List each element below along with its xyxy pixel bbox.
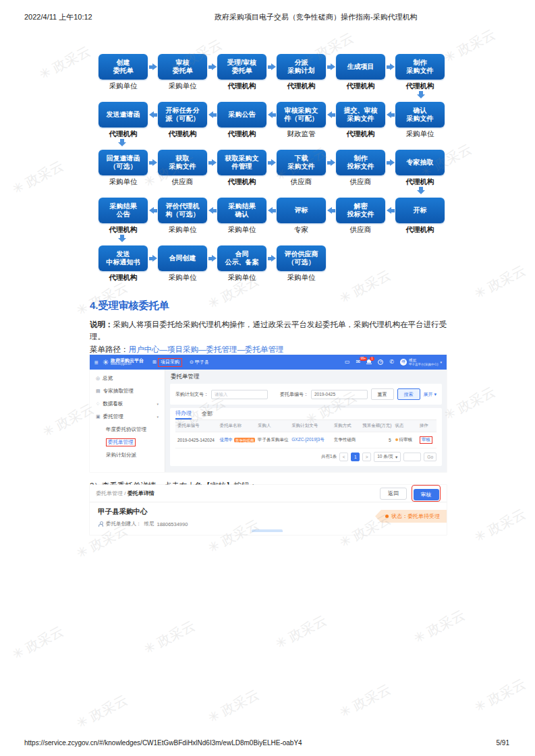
- plan-no-link[interactable]: GXZC-[2019]3号: [291, 437, 324, 442]
- flow-step: 开标任务分 派（可配）代理机构: [158, 102, 207, 139]
- prev-page-button[interactable]: <: [339, 453, 348, 461]
- reset-button[interactable]: 重置: [371, 388, 394, 400]
- flow-step-role: 采购单位: [277, 273, 326, 283]
- search-button[interactable]: 搜索: [397, 388, 420, 400]
- entrust-no-input[interactable]: [311, 390, 368, 399]
- flow-arrow-left-icon: [326, 198, 336, 223]
- hamburger-menu-icon[interactable]: ≡: [94, 359, 98, 366]
- flow-arrow-left-icon: [385, 102, 395, 127]
- flow-step-role: 供应商: [277, 177, 326, 187]
- flow-step: 合同 公示、备案采购单位: [217, 245, 266, 283]
- current-page-button[interactable]: 1: [351, 453, 360, 461]
- phone-icon[interactable]: ✆: [389, 359, 394, 365]
- flow-arrow-down-icon: [417, 187, 425, 194]
- wallet-icon[interactable]: ▭: [345, 359, 350, 365]
- flow-step-box: 解密 投标文件: [336, 198, 385, 223]
- sidebar-item[interactable]: ▤专家抽取管理: [90, 384, 165, 397]
- flow-step-role: 代理机构: [336, 129, 385, 139]
- tab-pending[interactable]: 待办理: [175, 408, 192, 419]
- section-desc: 说明：采购人将项目委托给采购代理机构操作，通过政采云平台发起委托单，采购代理机构…: [90, 318, 454, 343]
- flow-step-box: 提交、审核 采购文件: [336, 102, 385, 127]
- sidebar-item-label: 专家抽取管理: [103, 388, 134, 395]
- watermark: ✳ 政采云: [272, 611, 329, 653]
- bell-icon[interactable]: 1: [366, 359, 372, 365]
- table-header: 委托单编号: [175, 420, 217, 432]
- flow-step: 生成项目代理机构: [336, 54, 385, 91]
- flow-step-box: 制作 投标文件: [336, 150, 385, 175]
- nav-project-procurement[interactable]: ⊞ 项目采购: [152, 358, 182, 367]
- breadcrumb: 委托单管理 / 委托单详情: [96, 490, 154, 497]
- flow-step: 采购结果 确认采购单位: [217, 198, 266, 235]
- expand-toggle[interactable]: 展开 ▾: [424, 391, 437, 398]
- back-button[interactable]: 返回: [380, 488, 407, 500]
- print-timestamp: 2022/4/11 上午10:12: [24, 12, 92, 22]
- flow-arrow-right-icon: [326, 150, 336, 175]
- audit-button[interactable]: 审核: [414, 489, 439, 500]
- chevron-down-icon: ▾: [157, 415, 159, 419]
- entrust-table-card: 待办理 全部 委托单编号委托单名称采购人采购计划文号采购方式预算金额(万元)状态…: [170, 408, 442, 466]
- flow-step: 提交、审核 采购文件代理机构: [336, 102, 385, 139]
- watermark: ✳ 政采云: [471, 504, 528, 546]
- flow-step-role: 采购单位: [158, 82, 207, 91]
- flow-arrow-left-icon: [266, 102, 277, 127]
- table-header: 操作: [418, 420, 437, 432]
- flow-connector: [98, 139, 445, 150]
- flow-step-role: 代理机构: [395, 177, 445, 187]
- next-page-button[interactable]: >: [362, 453, 371, 461]
- flow-step: 审核 委托单采购单位: [158, 54, 207, 91]
- entrust-name-link[interactable]: 使用中: [219, 437, 233, 442]
- page-jump-input[interactable]: [403, 453, 421, 461]
- audit-link[interactable]: 审核: [422, 437, 430, 442]
- chevron-down-icon: ▾: [440, 360, 442, 364]
- sidebar-item[interactable]: ▣委托管理▾: [90, 410, 165, 423]
- desc-label: 说明：: [90, 320, 113, 328]
- table-header: 采购人: [256, 420, 289, 432]
- flow-step-role: 代理机构: [158, 129, 207, 139]
- platform-topbar: ≡ ✳ 政府采购云平台 www.zcygov.cn ⊞ 项目采购 ⊙ 甲子县 ▭…: [90, 355, 447, 370]
- status-badge: 待审核: [399, 437, 413, 442]
- platform-logo[interactable]: ✳ 政府采购云平台 www.zcygov.cn: [103, 358, 144, 367]
- location-switcher[interactable]: ⊙ 甲子县: [190, 359, 209, 366]
- go-button[interactable]: Go: [424, 453, 437, 461]
- zcy-logo-icon: ✳: [103, 358, 109, 367]
- annotation-red-box: 审核: [412, 485, 441, 502]
- bell-badge: 1: [370, 357, 374, 361]
- flow-step-box: 制作 采购文件: [395, 54, 445, 80]
- page-size-select[interactable]: 10 条/页▾: [374, 452, 401, 462]
- flow-step-box: 回复邀请函 （可选）: [98, 150, 148, 175]
- watermark: ✳ 政采云: [140, 616, 198, 658]
- tab-all[interactable]: 全部: [202, 408, 213, 419]
- cell-action: 审核: [418, 432, 437, 448]
- help-icon[interactable]: ?: [378, 359, 383, 365]
- s1-sidebar: ◎总览▤专家抽取管理♢数据看板▾▣委托管理▾年度委托协议管理委托单管理采购计划分…: [90, 370, 165, 472]
- sidebar-item[interactable]: ◎总览: [90, 372, 165, 384]
- sidebar-item-icon: ▣: [96, 414, 101, 419]
- flow-step: 评价供应商 （可选）采购单位: [277, 245, 326, 283]
- flow-arrow-down-icon: [118, 235, 126, 242]
- flow-arrow-right-icon: [207, 54, 217, 80]
- flow-step-box: 审核采购文 件（可配）: [277, 102, 326, 127]
- plan-no-input[interactable]: [211, 390, 268, 399]
- cell-budget: 5: [360, 432, 393, 448]
- flow-arrow-right-icon: [266, 54, 277, 80]
- flow-step: 采购公告代理机构: [217, 102, 266, 139]
- flow-arrow-down-icon: [417, 91, 425, 98]
- flow-step-box: 发送 中标通知书: [98, 245, 148, 271]
- sidebar-subitem[interactable]: 年度委托协议管理: [90, 423, 165, 436]
- flow-arrow-right-icon: [207, 245, 217, 271]
- flow-row: 创建 委托单采购单位审核 委托单采购单位受理/审核 委托单代理机构分派 采购计划…: [98, 54, 445, 91]
- watermark: ✳ 政采云: [471, 674, 528, 716]
- flow-step: 获取 采购文件供应商: [158, 150, 207, 187]
- hidden-tab-edge: [252, 529, 283, 532]
- breadcrumb-parent[interactable]: 委托单管理: [96, 490, 123, 496]
- flow-step-role: 代理机构: [98, 129, 148, 139]
- sidebar-subitem[interactable]: 委托单管理: [90, 436, 165, 448]
- sidebar-subitem[interactable]: 采购计划分派: [90, 448, 165, 461]
- mail-icon[interactable]: ✉99+: [356, 359, 361, 365]
- flow-arrow-right-icon: [266, 150, 277, 175]
- entrust-name-tag: 竞争性磋商: [234, 438, 256, 442]
- sidebar-item[interactable]: ♢数据看板▾: [90, 397, 165, 410]
- flow-step: 发送 中标通知书代理机构: [98, 245, 148, 283]
- flow-step: 制作 采购文件代理机构: [395, 54, 445, 91]
- user-menu[interactable]: 维 维尼 甲子县平台(采购中心) ▾: [400, 358, 442, 366]
